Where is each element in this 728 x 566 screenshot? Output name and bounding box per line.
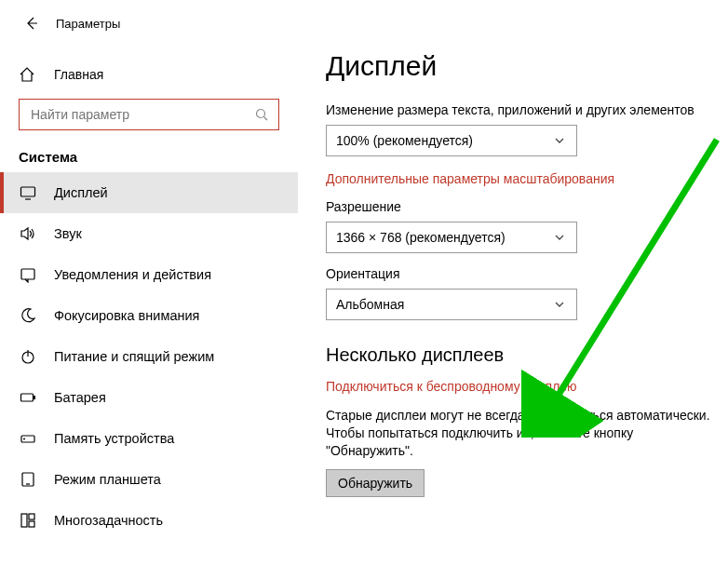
nav-item-battery[interactable]: Батарея (0, 377, 298, 418)
multitask-icon (19, 512, 37, 529)
nav-item-sound[interactable]: Звук (0, 213, 298, 254)
svg-rect-8 (34, 396, 35, 399)
orientation-value: Альбомная (336, 297, 404, 312)
scale-advanced-link[interactable]: Дополнительные параметры масштабирования (326, 171, 719, 186)
main-content: Дисплей Изменение размера текста, прилож… (298, 0, 728, 566)
wireless-display-link[interactable]: Подключиться к беспроводному дисплею (326, 379, 719, 394)
nav-item-display[interactable]: Дисплей (0, 172, 298, 213)
battery-icon (19, 389, 37, 406)
home-icon (19, 66, 37, 83)
scale-label: Изменение размера текста, приложений и д… (326, 102, 719, 117)
old-displays-info: Старые дисплеи могут не всегда подключат… (326, 407, 717, 460)
nav-label: Звук (54, 226, 82, 241)
svg-rect-14 (29, 514, 34, 519)
orientation-label: Ориентация (326, 266, 719, 281)
resolution-select[interactable]: 1366 × 768 (рекомендуется) (326, 222, 577, 253)
nav-item-multitask[interactable]: Многозадачность (0, 500, 298, 541)
nav-label: Память устройства (54, 431, 174, 446)
scale-select[interactable]: 100% (рекомендуется) (326, 125, 577, 156)
sidebar-header: Параметры (0, 0, 298, 47)
svg-line-1 (264, 117, 268, 121)
nav-label: Батарея (54, 390, 106, 405)
power-icon (19, 348, 37, 365)
section-title: Система (0, 140, 298, 172)
chevron-down-icon (554, 232, 567, 243)
nav-label: Фокусировка внимания (54, 308, 199, 323)
sound-icon (19, 225, 37, 242)
svg-rect-15 (29, 521, 34, 527)
nav-item-tablet[interactable]: Режим планшета (0, 459, 298, 500)
scale-value: 100% (рекомендуется) (336, 133, 473, 148)
nav-label: Многозадачность (54, 513, 163, 528)
svg-rect-13 (21, 514, 27, 527)
nav-item-power[interactable]: Питание и спящий режим (0, 336, 298, 377)
storage-icon (19, 430, 37, 447)
nav-item-focus[interactable]: Фокусировка внимания (0, 295, 298, 336)
settings-sidebar: Параметры Главная Система Дисплей (0, 0, 298, 566)
moon-icon (19, 307, 37, 324)
search-icon (254, 107, 269, 122)
notifications-icon (19, 266, 37, 283)
search-input-container[interactable] (19, 99, 279, 130)
resolution-value: 1366 × 768 (рекомендуется) (336, 230, 506, 245)
sidebar-item-home[interactable]: Главная (0, 56, 298, 93)
window-title: Параметры (56, 17, 120, 31)
nav-label: Питание и спящий режим (54, 349, 214, 364)
page-title: Дисплей (326, 50, 719, 82)
svg-point-0 (257, 110, 265, 118)
back-button[interactable] (19, 10, 45, 36)
home-label: Главная (54, 67, 103, 82)
tablet-icon (19, 471, 37, 488)
nav-list: Дисплей Звук Уведомления и действия Фоку… (0, 172, 298, 541)
multi-displays-title: Несколько дисплеев (326, 344, 719, 366)
orientation-select[interactable]: Альбомная (326, 289, 577, 320)
display-icon (19, 184, 37, 201)
svg-rect-2 (21, 187, 35, 196)
detect-button[interactable]: Обнаружить (326, 469, 425, 497)
resolution-label: Разрешение (326, 199, 719, 214)
nav-label: Дисплей (54, 185, 108, 200)
svg-rect-4 (21, 269, 34, 279)
svg-rect-7 (21, 394, 34, 401)
back-arrow-icon (24, 16, 39, 31)
search-input[interactable] (29, 106, 254, 123)
nav-label: Уведомления и действия (54, 267, 211, 282)
nav-label: Режим планшета (54, 472, 161, 487)
chevron-down-icon (554, 299, 567, 310)
nav-item-storage[interactable]: Память устройства (0, 418, 298, 459)
nav-item-notifications[interactable]: Уведомления и действия (0, 254, 298, 295)
chevron-down-icon (554, 135, 567, 146)
svg-point-10 (23, 438, 25, 440)
